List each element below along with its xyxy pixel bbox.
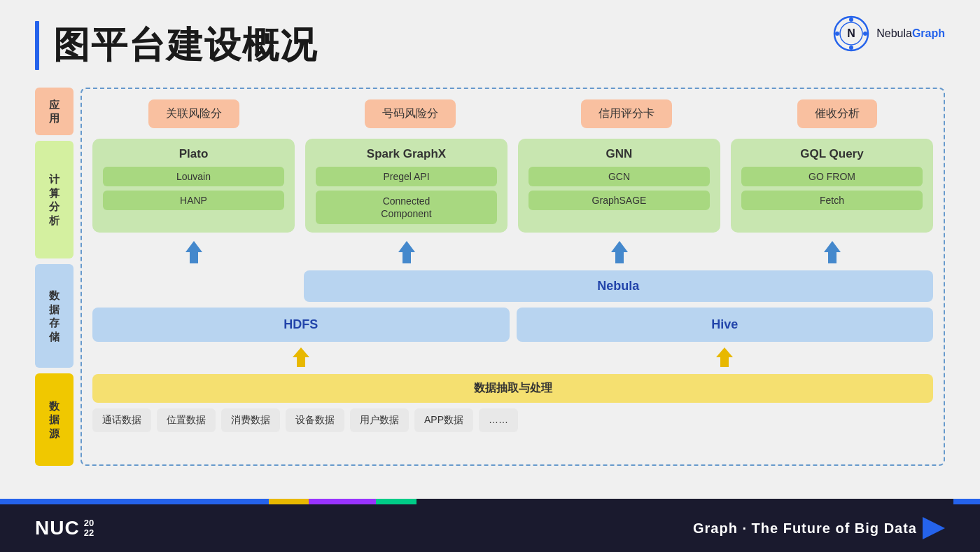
title-section: 图平台建设概况 — [35, 21, 945, 70]
blue-arrows-row — [92, 241, 933, 266]
datasource-item-4: 设备数据 — [286, 408, 344, 432]
sparkgraphx-inner: Pregel API ConnectedComponent — [316, 167, 497, 224]
gqlquery-fetch: Fetch — [741, 191, 923, 210]
left-labels-column: 应用 计算分析 数据存储 数据源 — [35, 88, 74, 466]
diagram-content: 关联风险分 号码风险分 信用评分卡 催收分析 Plato Louvain HAN… — [80, 88, 945, 466]
datasource-item-1: 通话数据 — [92, 408, 151, 432]
app-row: 关联风险分 号码风险分 信用评分卡 催收分析 — [92, 99, 933, 128]
gqlquery-gofrom: GO FROM — [741, 167, 923, 186]
bar-dark — [416, 499, 953, 504]
arrow-plato — [92, 241, 295, 266]
app-item-2: 号码风险分 — [365, 99, 456, 128]
footer-year: 20 22 — [84, 518, 94, 539]
storage-section: Nebula HDFS Hive — [92, 270, 933, 342]
gnn-gcn: GCN — [528, 167, 710, 186]
app-item-1: 关联风险分 — [148, 99, 239, 128]
nebula-graph-logo-icon: N — [833, 15, 869, 52]
logo-graph: Graph — [912, 27, 945, 39]
main-area: N NebulaGraph 图平台建设概况 应用 计算分析 数据存储 数据源 关… — [0, 0, 980, 504]
svg-marker-8 — [398, 241, 415, 263]
nebula-hdfs-hive-layout: Nebula — [92, 270, 933, 308]
datasource-item-7: …… — [479, 408, 518, 432]
svg-point-4 — [849, 46, 853, 50]
svg-point-3 — [849, 18, 853, 22]
bar-yellow — [269, 499, 309, 504]
plato-hanp: HANP — [103, 191, 284, 210]
footer-nuc-text: NUC — [35, 517, 80, 539]
svg-point-6 — [863, 32, 867, 36]
nebula-box: Nebula — [304, 270, 933, 302]
datasource-item-3: 消费数据 — [221, 408, 280, 432]
compute-plato: Plato Louvain HANP — [92, 139, 295, 233]
footer-tagline: Graph · The Future of Big Data — [693, 520, 917, 537]
gqlquery-inner: GO FROM Fetch — [741, 167, 923, 210]
datasource-row: 通话数据 位置数据 消费数据 设备数据 用户数据 APP数据 …… — [92, 408, 933, 432]
footer-right: Graph · The Future of Big Data — [693, 517, 945, 539]
datasource-item-6: APP数据 — [414, 408, 473, 432]
label-compute: 计算分析 — [35, 141, 74, 258]
bar-purple — [309, 499, 376, 504]
footer-arrow-icon — [923, 517, 945, 539]
footer-year-top: 20 — [84, 518, 94, 528]
logo-area: N NebulaGraph — [833, 15, 945, 52]
label-datasource: 数据源 — [35, 373, 74, 466]
hive-box: Hive — [517, 308, 934, 342]
title-bar-decoration — [35, 21, 39, 70]
bar-green — [376, 499, 416, 504]
plato-title: Plato — [103, 147, 284, 161]
label-app: 应用 — [35, 88, 74, 135]
datasource-item-5: 用户数据 — [350, 408, 409, 432]
logo-nebula: Nebula — [876, 27, 912, 39]
sparkgraphx-pregel: Pregel API — [316, 167, 497, 186]
gnn-graphsage: GraphSAGE — [528, 191, 710, 210]
page-title: 图平台建设概况 — [53, 21, 318, 70]
svg-marker-7 — [186, 241, 202, 263]
svg-marker-11 — [293, 347, 309, 367]
yellow-arrows-row — [92, 347, 933, 370]
arrow-gnn — [518, 241, 720, 266]
hdfs-box: HDFS — [92, 308, 510, 342]
datasource-item-2: 位置数据 — [157, 408, 216, 432]
data-process-box: 数据抽取与处理 — [92, 374, 933, 403]
label-storage: 数据存储 — [35, 264, 74, 368]
yellow-arrow-hdfs — [92, 347, 510, 370]
svg-marker-12 — [716, 347, 733, 367]
bar-blue2 — [953, 499, 980, 504]
compute-gqlquery: GQL Query GO FROM Fetch — [731, 139, 933, 233]
svg-point-5 — [835, 32, 839, 36]
gqlquery-title: GQL Query — [741, 147, 923, 161]
plato-inner: Louvain HANP — [103, 167, 284, 210]
gnn-title: GNN — [528, 147, 710, 161]
app-item-3: 信用评分卡 — [581, 99, 672, 128]
arrow-spark — [305, 241, 507, 266]
gnn-inner: GCN GraphSAGE — [528, 167, 710, 210]
compute-row: Plato Louvain HANP Spark GraphX Pregel A… — [92, 139, 933, 233]
compute-sparkgraphx: Spark GraphX Pregel API ConnectedCompone… — [305, 139, 507, 233]
footer-year-bottom: 22 — [84, 528, 94, 538]
svg-marker-10 — [824, 241, 841, 263]
sparkgraphx-connected: ConnectedComponent — [316, 191, 497, 224]
diagram: 应用 计算分析 数据存储 数据源 关联风险分 号码风险分 信用评分卡 催收分析 … — [35, 88, 945, 466]
hdfs-hive-row: HDFS Hive — [92, 308, 933, 342]
svg-marker-9 — [611, 241, 628, 263]
spacer-left — [92, 270, 297, 308]
plato-louvain: Louvain — [103, 167, 284, 186]
logo-text: NebulaGraph — [876, 27, 945, 40]
svg-text:N: N — [847, 27, 855, 39]
bar-blue — [0, 499, 269, 504]
sparkgraphx-title: Spark GraphX — [316, 147, 497, 161]
footer-logo: NUC 20 22 — [35, 517, 94, 539]
footer: NUC 20 22 Graph · The Future of Big Data — [0, 504, 980, 552]
compute-gnn: GNN GCN GraphSAGE — [518, 139, 720, 233]
arrow-gql — [731, 241, 933, 266]
footer-color-bar — [0, 499, 980, 504]
app-item-4: 催收分析 — [797, 99, 877, 128]
svg-marker-13 — [923, 517, 945, 539]
yellow-arrow-hive — [517, 347, 934, 370]
